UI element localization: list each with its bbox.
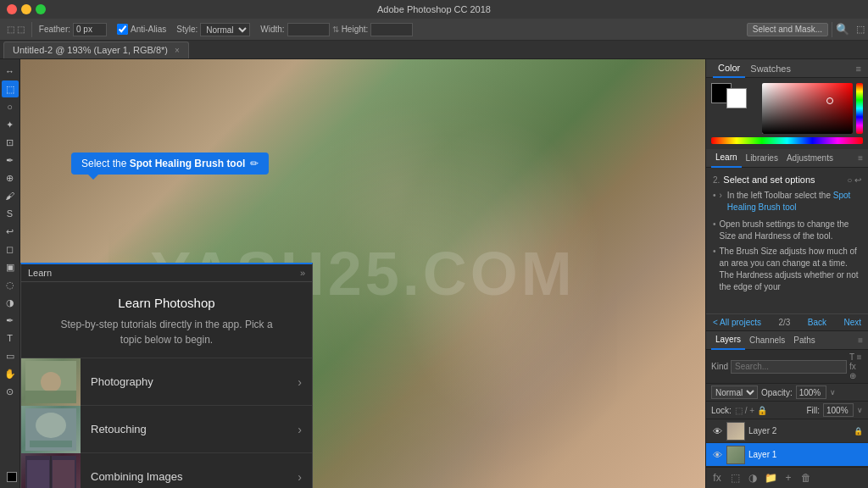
style-label: Style:	[176, 25, 198, 34]
learn-panel-collapse[interactable]: »	[300, 268, 305, 278]
anti-alias-checkbox[interactable]	[117, 24, 128, 35]
layer-group-btn[interactable]: 📁	[763, 470, 778, 485]
magic-wand-tool[interactable]: ✦	[2, 116, 19, 133]
healing-tool[interactable]: ⊕	[2, 169, 19, 186]
tools-panel: ↔ ⬚ ○ ✦ ⊡ ✒ ⊕ 🖌 S ↩ ◻ ▣ ◌ ◑ ✒ T ▭ ✋ ⊙	[0, 59, 20, 488]
step-title: Select and set options	[723, 175, 815, 185]
spot-healing-link[interactable]: Spot Healing Brush tool	[727, 191, 850, 212]
text-tool[interactable]: T	[2, 330, 19, 347]
tab-channels[interactable]: Channels	[745, 331, 789, 350]
tutorial-menu-icon[interactable]: ≡	[858, 153, 863, 163]
gradient-tool[interactable]: ▣	[2, 258, 19, 275]
layer-row-2[interactable]: 👁 Layer 2 🔒	[706, 419, 868, 443]
tutorial-bullet-2: The Brush Size adjusts how much of an ar…	[713, 246, 861, 293]
pen-tool[interactable]: ✒	[2, 312, 19, 329]
panel-toggle-icon[interactable]: ⬚	[856, 24, 865, 35]
sep-2	[832, 22, 832, 37]
height-label: Height:	[342, 25, 369, 34]
document-tab-bar: Untitled-2 @ 193% (Layer 1, RGB/8*) ×	[0, 41, 868, 59]
fill-icon: ∨	[857, 406, 863, 414]
hand-tool[interactable]: ✋	[2, 365, 19, 382]
tab-close-icon[interactable]: ×	[175, 46, 180, 55]
brush-tool[interactable]: 🖌	[2, 187, 19, 204]
height-input[interactable]	[370, 23, 413, 36]
learn-item-photography[interactable]: Photography ›	[21, 358, 312, 406]
blur-tool[interactable]: ◌	[2, 276, 19, 293]
feather-input[interactable]	[73, 23, 107, 36]
selection-tool[interactable]: ⬚	[2, 80, 19, 97]
learn-panel: Learn » Learn Photoshop Step-by-step tut…	[20, 263, 313, 488]
hue-slider[interactable]	[856, 83, 863, 134]
foreground-color[interactable]	[2, 467, 19, 484]
color-gradient-picker[interactable]	[762, 83, 853, 134]
eyedropper-tool[interactable]: ✒	[2, 152, 19, 169]
stamp-tool[interactable]: S	[2, 205, 19, 222]
background-color-swatch[interactable]	[726, 88, 747, 108]
zoom-tool[interactable]: ⊙	[2, 383, 19, 400]
blend-mode-select[interactable]: Normal	[711, 385, 758, 399]
tab-libraries[interactable]: Libraries	[742, 149, 782, 168]
width-input[interactable]	[287, 23, 330, 36]
width-label: Width:	[260, 25, 284, 34]
close-button[interactable]	[7, 4, 17, 14]
bullet-text-2: The Brush Size adjusts how much of an ar…	[720, 246, 861, 293]
learn-item-combining[interactable]: Combining Images ›	[21, 453, 312, 488]
layer-mask-btn[interactable]: ⬚	[727, 470, 743, 485]
learn-panel-body: Learn Photoshop Step-by-step tutorials d…	[21, 282, 312, 358]
shape-tool[interactable]: ▭	[2, 347, 19, 364]
opacity-input[interactable]	[796, 385, 826, 399]
lasso-tool[interactable]: ○	[2, 98, 19, 115]
style-select[interactable]: Normal	[200, 23, 250, 36]
move-tool[interactable]: ↔	[2, 63, 19, 80]
layer-row-1[interactable]: 👁 Layer 1	[706, 443, 868, 467]
layer1-visibility[interactable]: 👁	[711, 449, 723, 461]
tab-color[interactable]: Color	[713, 59, 745, 78]
learn-item-retouching[interactable]: Retouching ›	[21, 406, 312, 453]
back-nav[interactable]: Back	[808, 318, 826, 327]
tab-layers[interactable]: Layers	[711, 331, 745, 350]
layers-footer: fx ⬚ ◑ 📁 + 🗑	[706, 467, 868, 488]
tutorial-bullet-1: Open brush settings to change the Size a…	[713, 219, 861, 242]
combining-thumb	[21, 453, 81, 489]
layers-search-input[interactable]	[731, 360, 847, 374]
tab-swatches[interactable]: Swatches	[745, 59, 796, 78]
tab-paths[interactable]: Paths	[789, 331, 820, 350]
fill-input[interactable]	[823, 403, 854, 417]
layer1-name: Layer 1	[748, 450, 863, 459]
retouching-thumb-svg	[25, 408, 76, 451]
layers-search-bar: Kind T ≡ fx ⊕	[706, 350, 868, 384]
panel-menu-icon[interactable]: ≡	[856, 64, 861, 74]
search-icon[interactable]: 🔍	[836, 23, 849, 36]
eraser-tool[interactable]: ◻	[2, 241, 19, 258]
select-mask-button[interactable]: Select and Mask...	[747, 23, 828, 36]
dodge-tool[interactable]: ◑	[2, 294, 19, 311]
options-toolbar: ⬚ ⬚ Feather: Anti-Alias Style: Normal Wi…	[0, 19, 868, 41]
learn-panel-desc: Step-by-step tutorials directly in the a…	[57, 317, 277, 347]
layer2-visibility[interactable]: 👁	[711, 425, 723, 437]
tab-adjustments[interactable]: Adjustments	[782, 149, 837, 168]
step-info-icons: ○ ↩	[847, 175, 861, 185]
history-brush-tool[interactable]: ↩	[2, 223, 19, 240]
hue-bar[interactable]	[711, 137, 863, 144]
crop-tool[interactable]: ⊡	[2, 134, 19, 151]
maximize-button[interactable]	[36, 4, 46, 14]
combining-thumb-img	[21, 453, 81, 489]
layer-adjustment-btn[interactable]: ◑	[745, 470, 760, 485]
minimize-button[interactable]	[21, 4, 31, 14]
all-projects-link[interactable]: < All projects	[713, 318, 761, 327]
learn-panel-items: Photography › Retouching	[21, 358, 312, 488]
layer-delete-btn[interactable]: 🗑	[798, 470, 814, 485]
layer-new-btn[interactable]: +	[781, 470, 796, 485]
layer1-thumb	[726, 446, 745, 464]
tab-learn[interactable]: Learn	[711, 149, 742, 168]
photography-arrow: ›	[298, 375, 312, 389]
healing-brush-tooltip: Select the Spot Healing Brush tool ✏	[71, 152, 269, 175]
layers-kind-label: Kind	[711, 362, 728, 371]
retouching-thumb	[21, 406, 81, 453]
layer-fx-btn[interactable]: fx	[709, 470, 725, 485]
svg-rect-7	[30, 441, 72, 447]
window-controls	[7, 4, 46, 14]
next-nav[interactable]: Next	[843, 318, 861, 327]
layers-menu-icon[interactable]: ≡	[858, 336, 863, 345]
document-tab[interactable]: Untitled-2 @ 193% (Layer 1, RGB/8*) ×	[3, 42, 189, 58]
